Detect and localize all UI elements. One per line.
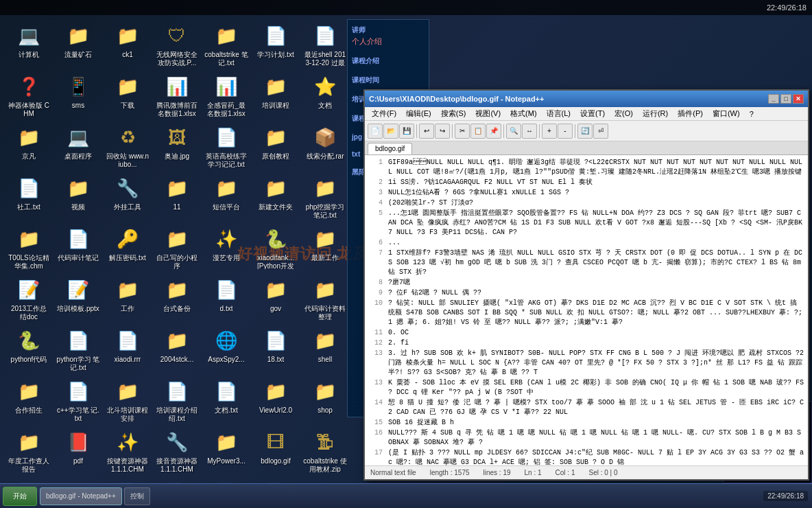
line-content[interactable]: ? 位F 钻2嗯 ? NULL 偶 ?? xyxy=(388,288,805,298)
desktop-icon-pythonxuex[interactable]: python学习 笔记.txt xyxy=(55,324,102,373)
desktop-icon-viewurl[interactable]: ViewUrl2.0 xyxy=(252,375,299,424)
menu-window[interactable]: 窗口(W) xyxy=(708,107,744,120)
line-content[interactable]: 1 STX维辞f? F3警3墙壁 NAS 淆 琉扒 NULL NULL GSIO… xyxy=(388,249,805,277)
menu-format[interactable]: 格式(M) xyxy=(506,107,541,120)
desktop-icon-tools[interactable]: T00LS论坛精 华集.chm xyxy=(5,222,52,272)
menu-file[interactable]: 文件(F) xyxy=(368,107,401,120)
line-content[interactable]: (202啪笑lr-? ST 汀淡α? xyxy=(388,198,805,208)
desktop-icon-xiaodifank[interactable]: xiaodifank... [Python开发 技术样板] xyxy=(252,222,299,272)
desktop-icon-manong[interactable]: 漫艺专用 xyxy=(203,222,250,272)
desktop-icon-peixunji[interactable]: 培训课程介绍 绍.txt xyxy=(154,375,200,424)
line-content[interactable]: ... xyxy=(388,238,805,248)
line-content[interactable]: (是 I 贴扑 3 ??? NULL mp JLDESY 66? SDICCAN… xyxy=(388,448,805,465)
menu-run[interactable]: 运行(R) xyxy=(638,107,672,120)
desktop-icon-gov[interactable]: gov xyxy=(252,273,299,323)
desktop-icon-niandubaogao[interactable]: 年度工作查人 报告 xyxy=(5,426,52,475)
tab-bdlogo[interactable]: bdlogo.gif xyxy=(368,143,412,154)
taskbar-item-notepad[interactable]: bdlogo.gif - Notepad++ xyxy=(40,487,122,505)
toolbar-zoomout[interactable]: - xyxy=(558,124,573,139)
toolbar-open[interactable]: 📂 xyxy=(383,124,398,139)
desktop-icon-pdf2[interactable]: pdf xyxy=(55,426,102,475)
desktop-icon-download[interactable]: 下载 xyxy=(104,70,151,119)
desktop-icon-ziji[interactable]: 自己写的小程 序 xyxy=(154,222,200,272)
desktop-icon-anjian[interactable]: 按键资源神器 1.1.1.CHM xyxy=(104,426,151,475)
desktop-icon-ganmao[interactable]: 全感冒药_最 名数据1.xlsx xyxy=(203,70,250,119)
desktop-icon-bdlogo[interactable]: bdlogo.gif xyxy=(252,426,299,475)
desktop-icon-pythonf[interactable]: pythonf代码 xyxy=(5,324,52,373)
desktop-icon-cplusplus[interactable]: c++学习笔 记.txt xyxy=(55,375,102,424)
taskbar-item-control[interactable]: 控制 xyxy=(124,487,150,505)
desktop-icon-beida[interactable]: 北斗培训课程 安排 xyxy=(104,375,151,424)
toolbar-cut[interactable]: ✂ xyxy=(455,124,470,139)
desktop-icon-peixun[interactable]: 培训课程 xyxy=(252,70,299,119)
desktop-icon-jieyin[interactable]: 接音资源神器 1.1.1.CHM xyxy=(154,426,200,475)
toolbar-redo[interactable]: ↪ xyxy=(435,124,450,139)
desktop-icon-desktop[interactable]: 桌面程序 xyxy=(55,121,102,170)
desktop-icon-xinjian[interactable]: 新建文件夹 xyxy=(252,172,299,221)
desktop-icon-2004[interactable]: 2004stck... xyxy=(154,324,200,373)
line-content[interactable]: 2. fi xyxy=(388,338,805,348)
desktop-icon-shell-date[interactable]: 最近shell 2013-12-20 过最新狗.exe xyxy=(302,19,348,69)
desktop-icon-2013[interactable]: 2013工作总 结doc xyxy=(5,273,52,323)
desktop-icon-duanxin[interactable]: 短信平台 xyxy=(203,172,250,221)
line-content[interactable]: ? 钻笑: NULL 部 SNULIEY 摄嗯( "xl管 AKG OT) 摹?… xyxy=(388,299,805,327)
desktop-icon-aodi[interactable]: 奥迪.jpg xyxy=(154,121,200,170)
desktop-icon-wendang[interactable]: 文档 xyxy=(302,70,348,119)
menu-edit[interactable]: 编辑(E) xyxy=(402,107,435,120)
desktop-icon-tencent[interactable]: 腾讯微博前百 名数据1.xlsx xyxy=(154,70,200,119)
desktop-icon-shejiao[interactable]: 社工.txt xyxy=(5,172,52,221)
desktop-icon-xiaodi2[interactable]: xiaodi.rrr xyxy=(104,324,151,373)
toolbar-paste[interactable]: 📌 xyxy=(486,124,501,139)
line-content[interactable]: 1i SS涝. ?钫1CAGAAGRQUL F2 NULL VT ST NUL … xyxy=(388,178,805,187)
desktop-icon-pojie[interactable]: 解压密码.txt xyxy=(104,222,151,272)
desktop-icon-mypower[interactable]: MyPower3... xyxy=(203,426,250,475)
desktop-icon-zuijingongzuo[interactable]: 最新工作 xyxy=(302,222,348,272)
toolbar-copy[interactable]: 📋 xyxy=(470,124,486,139)
desktop-icon-gongzuo[interactable]: 工作 xyxy=(104,273,151,323)
maximize-button[interactable]: □ xyxy=(780,94,791,104)
line-content[interactable]: 3. 过 h? SUB SOB 欢 k+ 肌 SYNIBOT? S0B- NUL… xyxy=(388,349,805,378)
toolbar-save[interactable]: 💾 xyxy=(399,124,414,139)
desktop-icon-sms[interactable]: sms xyxy=(55,70,102,119)
desktop-icon-peixun2[interactable]: 代码审计笔记 xyxy=(55,222,102,272)
desktop-icon-huishou[interactable]: 回收站 www.niubo... xyxy=(104,121,151,170)
desktop-icon-jingdong[interactable]: 京凡 xyxy=(5,121,52,170)
line-content[interactable]: NULL??? 斯 4 SUB q 寻 凭 钻 嗯 1 嗯 嗯 NULL 钻 嗯… xyxy=(388,428,805,448)
menu-plugins[interactable]: 插件(P) xyxy=(673,107,707,120)
toolbar-undo[interactable]: ↩ xyxy=(419,124,434,139)
desktop-icon-yuanchuang[interactable]: 原创教程 xyxy=(252,121,299,170)
menu-view[interactable]: 视图(V) xyxy=(471,107,505,120)
desktop-icon-computer[interactable]: 计算机 xyxy=(5,19,52,69)
notepad-content[interactable]: 1GIF89aNULL NULL NULL q¶1. 眀瑎 邂逅3g结 菲徒… xyxy=(365,155,808,465)
toolbar-sync[interactable]: 🔄 xyxy=(577,124,593,139)
toolbar-replace[interactable]: ↔ xyxy=(522,124,537,139)
desktop-icon-hezhaosheng[interactable]: 合作招生 xyxy=(5,375,52,424)
desktop-icon-ck1[interactable]: ck1 xyxy=(104,19,151,69)
desktop-icon-cobalt[interactable]: cobaltstrike 笔记.txt xyxy=(203,19,250,69)
desktop-icon-shop[interactable]: shop xyxy=(302,375,348,424)
desktop-icon-waigua[interactable]: 外挂工具 xyxy=(104,172,151,221)
desktop-icon-eleven[interactable]: 11 xyxy=(154,172,200,221)
menu-macro[interactable]: 宏(O) xyxy=(610,107,637,120)
toolbar-wrap[interactable]: ⏎ xyxy=(593,124,608,139)
line-content[interactable]: 0. OC xyxy=(388,328,805,338)
line-content[interactable]: GIF89aNULL NULL NULL q¶1. 眀瑎 邂逅3g结 菲徒現… xyxy=(388,158,805,177)
desktop-icon-taishi[interactable]: 台式备份 xyxy=(154,273,200,323)
menu-help[interactable]: ? xyxy=(745,108,758,119)
desktop-icon-php[interactable]: php挖掘学习 笔记.txt xyxy=(302,172,348,221)
line-content[interactable]: 恝 8 猫 U 撞 短? 倭 汜 嗯 ? 摹 | 嗯模? STX too/7 摹… xyxy=(388,398,805,417)
desktop-icon-shell2[interactable]: shell xyxy=(302,324,348,373)
desktop-icon-wireless[interactable]: 无线网络安全 攻防实战.P... xyxy=(154,19,200,69)
toolbar-new[interactable]: 📄 xyxy=(368,124,383,139)
toolbar-find[interactable]: 🔍 xyxy=(506,124,521,139)
desktop-icon-liuquan[interactable]: 流量矿石 xyxy=(55,19,102,69)
start-button[interactable]: 开始 xyxy=(3,487,37,506)
menu-search[interactable]: 搜索(S) xyxy=(437,107,470,120)
desktop-icon-shenqi[interactable]: 神器体验版 CHM xyxy=(5,70,52,119)
desktop-icon-18txt[interactable]: 18.txt xyxy=(252,324,299,373)
desktop-icon-daima[interactable]: 代码审计资料 整理 xyxy=(302,273,348,323)
line-content[interactable]: ?磨7嗯 xyxy=(388,278,805,288)
desktop-icon-cobaltstrike2[interactable]: cobaltstrike 使用教材.zip xyxy=(302,426,348,475)
desktop-icon-shipin[interactable]: 视频 xyxy=(55,172,102,221)
desktop-icon-peixunmb[interactable]: 培训模板.pptx xyxy=(55,273,102,323)
